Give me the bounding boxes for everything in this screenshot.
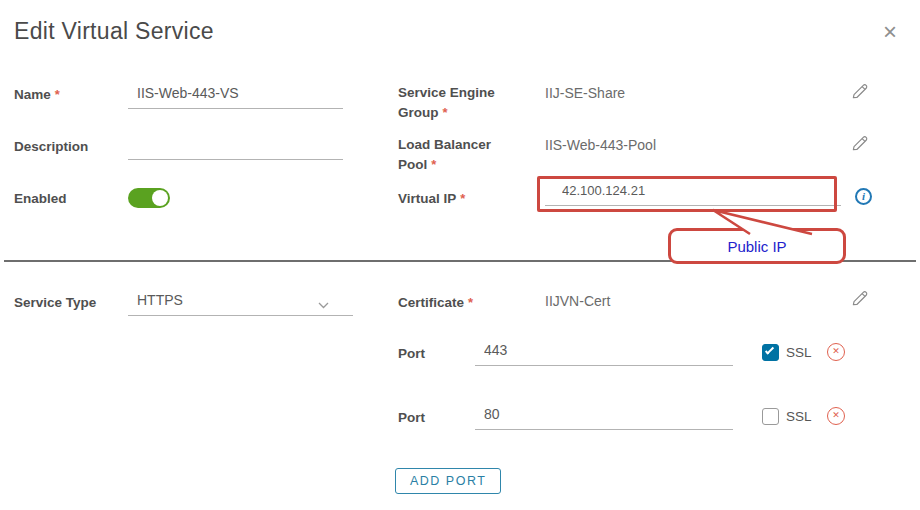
public-ip-callout: Public IP [668,228,846,264]
required-marker: * [468,295,473,310]
port-label: Port [398,344,425,364]
name-label: Name* [14,85,60,105]
certificate-label-text: Certificate [398,295,464,310]
virtual-ip-input[interactable] [545,183,841,206]
ssl-label: SSL [786,409,812,424]
port-input-80[interactable] [475,406,733,430]
virtual-ip-label-text: Virtual IP [398,191,456,206]
pencil-icon [850,134,869,153]
description-label: Description [14,137,88,157]
dialog-title: Edit Virtual Service [14,18,214,45]
enabled-label: Enabled [14,189,67,209]
enabled-toggle[interactable] [128,188,170,208]
ssl-checkbox-443[interactable] [762,344,779,361]
ssl-checkbox-80[interactable] [762,408,779,425]
virtual-ip-label: Virtual IP* [398,189,465,209]
lbp-label-line2: Pool [398,157,427,172]
service-engine-group-label: Service Engine Group* [398,83,513,124]
service-type-select[interactable]: HTTPS [128,292,353,316]
info-icon[interactable]: i [855,188,872,205]
required-marker: * [443,105,448,120]
load-balancer-pool-label: Load Balancer Pool* [398,135,513,176]
add-port-button[interactable]: ADD PORT [395,468,501,494]
edit-service-engine-group-button[interactable] [850,82,870,102]
pencil-icon [850,82,869,101]
certificate-label: Certificate* [398,293,473,313]
edit-certificate-button[interactable] [850,289,870,309]
seg-label-line2: Group [398,105,439,120]
name-input[interactable] [128,85,343,109]
service-engine-group-value: IIJ-SE-Share [545,85,625,101]
name-label-text: Name [14,87,51,102]
seg-label-line1: Service Engine [398,85,495,100]
certificate-value: IIJVN-Cert [545,293,610,309]
remove-port-80-icon[interactable]: ✕ [827,407,845,425]
description-input[interactable] [128,136,343,160]
port-input-443[interactable] [475,342,733,366]
remove-port-443-icon[interactable]: ✕ [827,343,845,361]
required-marker: * [431,157,436,172]
ssl-checkbox-wrap [762,408,779,425]
toggle-knob-icon [152,190,168,206]
service-type-value: HTTPS [137,292,183,308]
ssl-label: SSL [786,345,812,360]
port-label: Port [398,408,425,428]
edit-load-balancer-pool-button[interactable] [850,134,870,154]
required-marker: * [460,191,465,206]
chevron-down-icon [318,296,329,312]
service-type-label: Service Type [14,293,96,313]
ssl-checkbox-wrap [762,344,779,361]
required-marker: * [55,87,60,102]
pencil-icon [850,289,869,308]
edit-virtual-service-dialog: Edit Virtual Service × Name* Description… [0,0,920,510]
load-balancer-pool-value: IIS-Web-443-Pool [545,137,656,153]
close-icon[interactable]: × [876,18,904,46]
lbp-label-line1: Load Balancer [398,137,491,152]
